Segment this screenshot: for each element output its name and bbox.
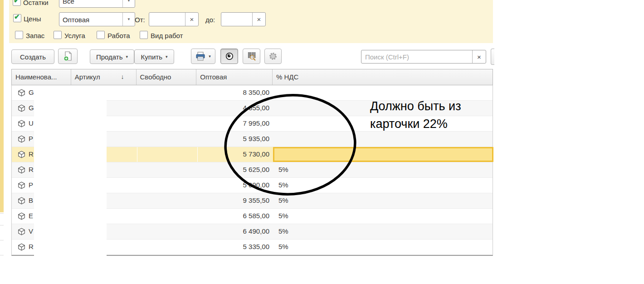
create-group-button[interactable] (58, 49, 78, 64)
tseny-label: Цены (24, 15, 41, 23)
product-cube-icon (18, 135, 25, 143)
price-type-combo-value: Оптовая (63, 16, 89, 24)
product-cube-icon (18, 228, 25, 235)
row-name: U (29, 119, 34, 127)
print-button[interactable]: ▾ (191, 49, 215, 64)
row-price: 4 655,00 (197, 104, 269, 112)
row-vat: 5% (278, 196, 288, 204)
row-price: 5 935,00 (197, 135, 269, 142)
zapas-checkbox[interactable] (15, 31, 23, 39)
row-vat: 5% (278, 166, 288, 173)
row-name: E (29, 212, 33, 220)
dropdown-arrow-icon[interactable]: ▼ (122, 0, 135, 7)
row-vat: 5% (278, 227, 288, 235)
product-cube-icon (18, 151, 25, 158)
row-name: B (29, 196, 33, 204)
check-icon: ✔ (14, 13, 20, 21)
row-name: R (29, 150, 34, 158)
printer-icon (195, 52, 205, 61)
left-panel-divider (0, 240, 4, 240)
row-price: 5 730,00 (197, 150, 269, 158)
eye-icon (225, 52, 234, 61)
create-button-label: Создать (20, 53, 46, 61)
search-clear-icon[interactable]: × (472, 50, 486, 63)
left-panel-divider (0, 213, 4, 214)
row-vat: 5% (278, 243, 288, 250)
tseny-checkbox[interactable]: ✔ (13, 14, 21, 22)
row-price: 5 090,00 (197, 181, 269, 189)
product-cube-icon (18, 120, 25, 127)
filter-panel: ✔ Остатки Все ▼ ✔ Цены Оптовая ▼ От: × д… (9, 0, 493, 43)
column-header-artikul[interactable]: Артикул ↓ (71, 69, 137, 85)
product-cube-icon (18, 181, 25, 189)
check-icon: ✔ (14, 0, 20, 5)
row-name: P (29, 181, 33, 189)
column-header-nds[interactable]: % НДС (273, 69, 493, 85)
row-vat: 5% (278, 212, 288, 220)
table-header: Наименова... Артикул ↓ Свободно Оптовая … (11, 69, 493, 85)
ostatki-combo-value: Все (63, 0, 74, 5)
usluga-checkbox[interactable] (54, 31, 62, 39)
sell-button-label: Продать (96, 53, 123, 61)
vid-rabot-checkbox[interactable] (140, 31, 148, 39)
annotation-text: Должно быть из карточки 22% (370, 98, 461, 133)
product-cube-icon (18, 197, 25, 205)
left-panel-divider (0, 255, 4, 255)
sort-desc-icon: ↓ (121, 73, 124, 80)
clear-icon[interactable]: × (252, 13, 265, 26)
product-cube-icon (18, 104, 25, 112)
row-name: V (29, 227, 33, 235)
product-cube-icon (18, 212, 25, 220)
column-separator (197, 147, 198, 162)
row-price: 7 995,00 (197, 119, 269, 127)
settings-button[interactable] (264, 49, 282, 64)
row-price: 8 350,00 (197, 88, 269, 96)
column-header-svobodno[interactable]: Свободно (137, 69, 197, 85)
row-vat: 5% (278, 181, 288, 189)
caret-down-icon: ▾ (209, 54, 211, 59)
caret-down-icon: ▾ (166, 54, 168, 59)
rabota-checkbox[interactable] (97, 31, 105, 39)
caret-down-icon: ▾ (126, 54, 128, 59)
ostatki-combo[interactable]: Все ▼ (59, 0, 135, 8)
search-input[interactable] (361, 50, 473, 63)
product-cube-icon (18, 166, 25, 174)
buy-button[interactable]: Купить ▾ (134, 49, 174, 64)
gear-icon (268, 52, 278, 61)
row-price: 5 625,00 (197, 166, 269, 173)
buy-button-label: Купить (141, 53, 162, 61)
annotation-line-1: Должно быть из (370, 98, 461, 115)
vat-active-cell[interactable] (273, 147, 493, 162)
price-from-input[interactable]: × (149, 12, 199, 26)
more-button-clipped[interactable] (491, 49, 494, 65)
rabota-label: Работа (107, 32, 130, 39)
column-header-name[interactable]: Наименова... (12, 69, 71, 85)
row-name: G (29, 88, 34, 96)
column-header-optovaya[interactable]: Оптовая (196, 69, 273, 85)
barcode-button[interactable] (243, 49, 260, 64)
dropdown-arrow-icon[interactable]: ▼ (122, 13, 135, 26)
row-name: R (29, 166, 34, 173)
row-price: 6 585,00 (197, 212, 269, 220)
price-type-combo[interactable]: Оптовая ▼ (59, 12, 135, 26)
sell-button[interactable]: Продать ▾ (90, 49, 134, 64)
redaction-overlay (34, 100, 107, 259)
column-separator (137, 147, 137, 162)
product-cube-icon (18, 89, 25, 97)
search-box: × (361, 50, 486, 64)
usluga-label: Услуга (64, 32, 85, 39)
to-label: до: (205, 16, 215, 24)
zapas-label: Запас (26, 32, 44, 39)
clear-icon[interactable]: × (185, 13, 198, 26)
row-price: 5 335,00 (197, 243, 269, 250)
new-item-icon (63, 51, 73, 61)
left-panel-edge (0, 0, 4, 212)
row-price: 9 355,50 (197, 196, 269, 204)
create-button[interactable]: Создать (11, 49, 54, 64)
ostatki-checkbox[interactable]: ✔ (13, 0, 21, 6)
ostatki-label: Остатки (23, 0, 49, 6)
left-panel-divider (0, 225, 4, 225)
quick-view-button[interactable] (220, 49, 238, 64)
vid-rabot-label: Вид работ (151, 32, 183, 39)
price-to-input[interactable]: × (221, 12, 266, 26)
